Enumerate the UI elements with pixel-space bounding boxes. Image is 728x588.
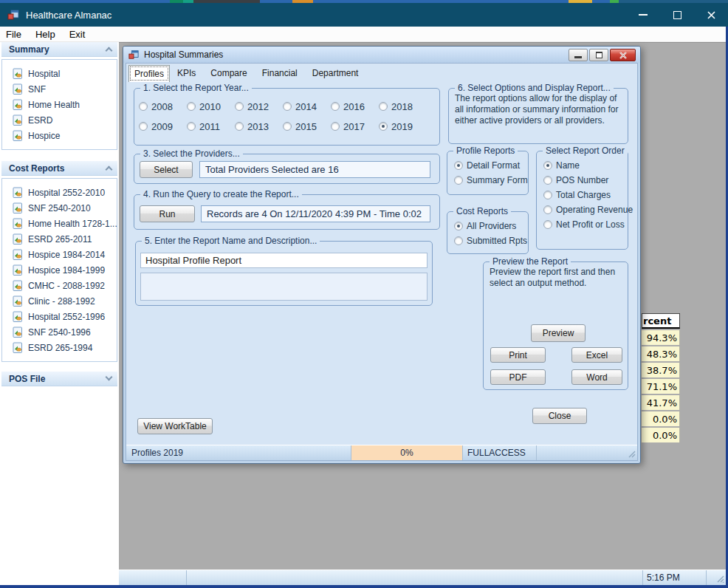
sidebar-item[interactable]: ESRD 265-1994: [2, 340, 117, 355]
sidebar-section-pos-file[interactable]: POS File: [1, 372, 117, 386]
sidebar-item[interactable]: Hospital: [2, 66, 117, 81]
dialog-tab[interactable]: Department: [305, 65, 366, 82]
radio-icon: [543, 161, 552, 170]
report-name-input[interactable]: [140, 253, 427, 268]
sidebar-item[interactable]: Clinic - 288-1992: [2, 293, 117, 309]
radio-option[interactable]: All Providers: [454, 221, 527, 231]
report-document-icon: [13, 114, 23, 126]
radio-option[interactable]: POS Number: [543, 175, 633, 185]
sidebar-item[interactable]: SNF 2540-1996: [2, 324, 117, 340]
group-label: Profile Reports: [453, 146, 518, 156]
worktable-percent-rows: 94.3% 48.3% 38.7% 71.1% 41.7% 0.0% 0.0%: [642, 330, 680, 442]
radio-option[interactable]: 2013: [235, 118, 283, 134]
resize-grip-icon[interactable]: [626, 448, 636, 458]
worktable-percent-cell[interactable]: 38.7%: [642, 363, 680, 377]
dialog-tab[interactable]: Profiles: [128, 65, 170, 82]
report-document-icon: [13, 233, 23, 245]
radio-option[interactable]: 2010: [187, 98, 235, 114]
providers-selected-field[interactable]: Total Providers Selected are 16: [199, 161, 430, 178]
pdf-button[interactable]: PDF: [490, 369, 546, 385]
excel-button[interactable]: Excel: [571, 347, 622, 363]
menu-exit[interactable]: Exit: [69, 27, 94, 41]
worktable-percent-cell[interactable]: 71.1%: [642, 379, 680, 394]
worktable-percent-cell[interactable]: 41.7%: [642, 395, 680, 410]
radio-option[interactable]: Total Charges: [543, 190, 633, 200]
minimize-button[interactable]: [626, 3, 660, 27]
report-document-icon: [13, 68, 23, 80]
dialog-access-level: FULLACCESS: [463, 445, 537, 460]
resize-grip[interactable]: [707, 570, 726, 585]
dialog-titlebar[interactable]: Hospital Summaries: [123, 47, 640, 63]
report-document-icon: [13, 187, 23, 199]
report-description-textarea[interactable]: [140, 273, 427, 301]
worktable-percent-cell[interactable]: 94.3%: [642, 330, 680, 345]
sidebar-section-summary[interactable]: Summary: [1, 42, 117, 57]
dialog-close-action-button[interactable]: Close: [532, 408, 587, 424]
radio-option[interactable]: Net Profit or Loss: [543, 219, 633, 230]
radio-option[interactable]: Summary Form: [454, 175, 528, 185]
preview-button[interactable]: Preview: [531, 324, 586, 342]
run-button[interactable]: Run: [140, 205, 195, 222]
report-document-icon: [13, 83, 23, 95]
worktable-percent-cell[interactable]: 0.0%: [642, 411, 680, 426]
sidebar-item[interactable]: Home Health: [2, 97, 117, 112]
radio-option[interactable]: 2012: [235, 98, 283, 114]
report-document-icon: [13, 99, 23, 111]
view-worktable-button[interactable]: View WorkTable: [137, 418, 213, 434]
radio-option[interactable]: 2015: [283, 118, 331, 134]
worktable-percent-cell[interactable]: 0.0%: [642, 428, 680, 442]
radio-option[interactable]: 2016: [331, 98, 379, 114]
app-title: Healthcare Almanac: [26, 10, 111, 21]
select-providers-button[interactable]: Select: [140, 161, 193, 178]
dialog-tab[interactable]: Financial: [255, 65, 305, 82]
menu-help[interactable]: Help: [35, 27, 63, 41]
dialog-body: Profiles KPIs Compare Financial Departme…: [126, 63, 638, 461]
dialog-minimize-button[interactable]: [569, 49, 588, 61]
dialog-tab[interactable]: Compare: [203, 65, 254, 82]
sidebar-item[interactable]: ESRD: [2, 112, 117, 128]
dialog-maximize-button[interactable]: [589, 49, 608, 61]
radio-option[interactable]: 2018: [379, 98, 427, 114]
sidebar-item-label: Home Health: [28, 100, 80, 110]
sidebar-item[interactable]: Hospice 1984-2014: [2, 247, 117, 262]
worktable-percent-cell[interactable]: 48.3%: [642, 346, 680, 361]
year-row-2: 2009 2011 2013 2015 2017 2019: [139, 118, 427, 134]
sidebar-item[interactable]: ESRD 265-2011: [2, 231, 117, 247]
group-label: 3. Select the Providers...: [140, 148, 243, 159]
radio-option[interactable]: 2014: [283, 98, 331, 114]
sidebar-item[interactable]: SNF 2540-2010: [2, 200, 117, 216]
sidebar-item[interactable]: CMHC - 2088-1992: [2, 278, 117, 293]
close-button[interactable]: [694, 3, 728, 27]
sidebar-item[interactable]: Home Health 1728-1...: [2, 216, 117, 231]
radio-option[interactable]: 2017: [331, 118, 379, 134]
sidebar-item[interactable]: Hospital 2552-1996: [2, 309, 117, 324]
dialog-close-button[interactable]: [610, 49, 636, 61]
sidebar-item-label: Hospital 2552-2010: [28, 188, 105, 198]
sidebar-item[interactable]: Hospice: [2, 128, 117, 143]
radio-option[interactable]: 2009: [139, 118, 187, 134]
radio-option-label: Operating Revenue: [556, 205, 633, 215]
sidebar-item[interactable]: SNF: [2, 81, 117, 97]
sidebar-section-cost-reports[interactable]: Cost Reports: [1, 161, 117, 176]
radio-option[interactable]: Operating Revenue: [543, 205, 633, 215]
radio-option[interactable]: Submitted Rpts: [454, 236, 527, 246]
radio-icon: [543, 176, 552, 185]
menu-file[interactable]: File: [6, 27, 30, 41]
sidebar-item[interactable]: Hospice 1984-1999: [2, 262, 117, 278]
radio-option[interactable]: Name: [543, 160, 633, 171]
word-button[interactable]: Word: [571, 369, 622, 385]
dialog-tab[interactable]: KPIs: [170, 65, 203, 82]
radio-option[interactable]: 2008: [139, 98, 187, 114]
group-report-order: Select Report Order Name POS Number Tota…: [536, 151, 628, 250]
sidebar-item-label: CMHC - 2088-1992: [28, 281, 105, 291]
run-result-field[interactable]: Records are 4 On 12/11/2020 4:39 PM - Ti…: [201, 205, 430, 222]
maximize-button[interactable]: [660, 3, 694, 27]
sidebar: Summary Hospital SNF Home Health: [0, 42, 119, 585]
radio-option[interactable]: Detail Format: [454, 160, 528, 171]
sidebar-item[interactable]: Hospital 2552-2010: [2, 185, 117, 200]
radio-option[interactable]: 2019: [379, 118, 427, 134]
year-row-1: 2008 2010 2012 2014 2016 2018: [139, 98, 427, 114]
print-button[interactable]: Print: [490, 347, 546, 363]
sidebar-item-label: ESRD 265-1994: [28, 343, 92, 353]
radio-option[interactable]: 2011: [187, 118, 235, 134]
